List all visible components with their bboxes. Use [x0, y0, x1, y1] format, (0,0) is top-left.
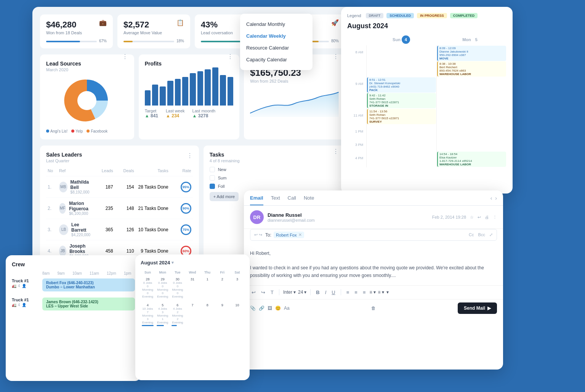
task-text-2: Sum [218, 176, 227, 180]
menu-item-resource[interactable]: Resource Calendar [240, 42, 313, 54]
sales-leaders-card: Sales Leaders Last Quarter ⋮ No Ref Lead… [40, 146, 199, 267]
tasks-menu[interactable]: ⋮ [333, 148, 339, 155]
list-select[interactable]: ≡ ▾ [378, 290, 384, 295]
calendar-legend: Legend DRAFT SCHEDULED IN PROGRESS COMPL… [347, 13, 506, 18]
calendar-event[interactable]: 8:51 - 12:51Dr. Stewart Konopelski(443) … [367, 77, 436, 93]
more-icon[interactable]: ⋮ [493, 215, 497, 220]
bold-button[interactable]: B [314, 289, 321, 296]
more-select[interactable]: ▾ [386, 290, 389, 295]
row3-deals: 126 [113, 227, 134, 232]
email-toolbar: ↩ ↪ T Inter ▾ 24 ▾ B I U ≡ ≡ ≡ ≡ ▾ ≡ ▾ ▾ [244, 285, 503, 299]
cc-button[interactable]: Cc [469, 232, 474, 237]
time-1pm: 1pm [124, 271, 131, 275]
cal-cell [436, 77, 506, 109]
mini-day-30[interactable]: 30 0 Jobs 0 Morning 0 Evening [170, 276, 184, 301]
tab-text[interactable]: Text [271, 195, 280, 205]
text-format-icon[interactable]: Aa [284, 306, 290, 311]
mini-day-29[interactable]: 29 0 Jobs 0 Morning 0 Evening [155, 276, 170, 301]
link-icon[interactable]: 🔗 [259, 306, 264, 311]
cal-cell [366, 45, 436, 77]
crew-block[interactable]: James Brown (646-232-1423) LES – Upper W… [42, 298, 135, 310]
row2-ref: MF Marion Figueroa $6,100,000 [59, 201, 92, 216]
revenue-menu[interactable]: ⋮ [333, 53, 339, 60]
nav-next[interactable]: › [495, 195, 497, 202]
profits-menu[interactable]: ⋮ [227, 53, 233, 60]
mini-day-4[interactable]: 4 10 Jobs 7 Morning 3 Evening [141, 302, 155, 327]
email-nav: ‹ › [490, 195, 497, 205]
pie-svg [62, 76, 112, 125]
undo-button[interactable]: ↩ [250, 289, 257, 296]
menu-item-weekly[interactable]: Calendar Weekly [240, 30, 313, 42]
stat-value-move: $2,572 [123, 20, 184, 30]
print-icon[interactable]: 🖨 [485, 215, 489, 219]
task-text-1: New [218, 167, 226, 172]
calendar-event[interactable]: 8:38 - 10:38Bert Reichert893-454-7624 x8… [437, 61, 506, 77]
stat-value-revenue: $46,280 [46, 20, 107, 30]
align-right-button[interactable]: ≡ [361, 289, 367, 296]
list-chevron-icon: ▾ [382, 290, 384, 295]
align-select[interactable]: ≡ ▾ [370, 290, 376, 295]
mini-day-8[interactable]: 8 [200, 302, 215, 327]
mini-day-7[interactable]: 7 [185, 302, 199, 327]
pie-legend: Angi's Lis! Yelp Facebook [46, 129, 128, 133]
font-size-select[interactable]: 24 ▾ [298, 290, 306, 295]
redo-button[interactable]: ↪ [260, 289, 267, 296]
sales-menu[interactable]: ⋮ [187, 152, 193, 159]
email-body[interactable]: Hi Robert, I wanted to check in and see … [244, 244, 503, 285]
mini-day-10[interactable]: 10 [230, 302, 244, 327]
task-checkbox-2[interactable] [210, 175, 215, 181]
font-family-select[interactable]: Inter ▾ [283, 290, 296, 295]
calendar-event[interactable]: 14:54 - 18:54Elsa Kautzer1-817-729-2114 … [437, 152, 506, 167]
underline-button[interactable]: U [330, 289, 337, 296]
mini-day-3[interactable]: 3 [230, 276, 244, 301]
delete-icon[interactable]: 🗑 [371, 306, 376, 311]
task-checkbox-1[interactable] [210, 167, 215, 172]
truck-info-2: Truck #1 🚛 4 👤 [12, 298, 42, 307]
star-icon[interactable]: ☆ [470, 215, 474, 220]
align-left-button[interactable]: ≡ [345, 289, 351, 296]
list-item: Foll [210, 184, 339, 189]
image-icon[interactable]: 🖼 [268, 306, 272, 311]
row1-amount: $8,192,000 [71, 190, 92, 194]
font-chevron-icon: ▾ [293, 290, 296, 295]
crew-block[interactable]: Robert Fox (646-240-0123) Dumbo – Lower … [42, 278, 135, 291]
mini-day-9[interactable]: 9 [215, 302, 229, 327]
mini-day-5[interactable]: 5 4 Jobs 3 Morning 1 Evening [155, 302, 170, 327]
task-checkbox-3[interactable] [210, 184, 215, 189]
clipboard-icon: 📋 [176, 19, 184, 26]
remove-recipient[interactable]: ✕ [298, 232, 302, 237]
align-center-button[interactable]: ≡ [353, 289, 359, 296]
row1-ref: MB Mathilda Bell $8,192,000 [59, 179, 92, 194]
expand-icon[interactable]: ⤢ [489, 232, 493, 237]
lead-sources-menu[interactable]: ⋮ [122, 53, 128, 60]
nav-prev[interactable]: ‹ [490, 195, 492, 202]
mini-day-28[interactable]: 28 0 Jobs 0 Morning 0 Evening [141, 276, 155, 301]
row3-rate-container: 75% [168, 224, 191, 235]
send-mail-button[interactable]: Send Mail ▶ [458, 302, 497, 314]
calendar-event[interactable]: 8:09 - 12:09Dianne Jakubowski II950-292-… [437, 46, 506, 61]
text-button[interactable]: T [269, 289, 275, 296]
badge-draft: DRAFT [366, 13, 384, 18]
italic-button[interactable]: I [324, 289, 328, 296]
mini-day-1[interactable]: 1 [200, 276, 215, 301]
row3-leads: 365 [92, 227, 113, 232]
calendar-event[interactable]: 11:54 - 13:56Seth Rohan741-377-5615 x228… [367, 109, 436, 124]
reply-icon[interactable]: ↩ [478, 215, 481, 220]
mini-day-2[interactable]: 2 [215, 276, 229, 301]
mini-day-6[interactable]: 6 4 Jobs 2 Morning 2 Evening [170, 302, 184, 327]
calendar-event[interactable]: 9:42 - 11:42Seth Rohan741-377-5615 x2287… [367, 93, 436, 108]
menu-item-monthly[interactable]: Calendar Monthly [240, 18, 313, 30]
tab-email[interactable]: Email [250, 195, 263, 205]
calendar-dropdown-icon[interactable]: ▾ [171, 260, 174, 265]
tab-note[interactable]: Note [304, 195, 314, 205]
menu-item-capacity[interactable]: Capacity Calendar [240, 54, 313, 66]
bcc-button[interactable]: Bcc [478, 232, 485, 237]
tasks-subtitle: 4 of 8 remaining [210, 158, 339, 163]
emoji-icon[interactable]: 😊 [275, 306, 281, 311]
attachment-icon[interactable]: 📎 [250, 306, 256, 311]
tab-call[interactable]: Call [288, 195, 296, 205]
add-more-button[interactable]: + Add more [210, 192, 239, 201]
crew-schedule-1: Robert Fox (646-240-0123) Dumbo – Lower … [42, 278, 135, 293]
mini-day-31[interactable]: 31 [185, 276, 199, 301]
font-family-label: Inter [283, 290, 292, 295]
